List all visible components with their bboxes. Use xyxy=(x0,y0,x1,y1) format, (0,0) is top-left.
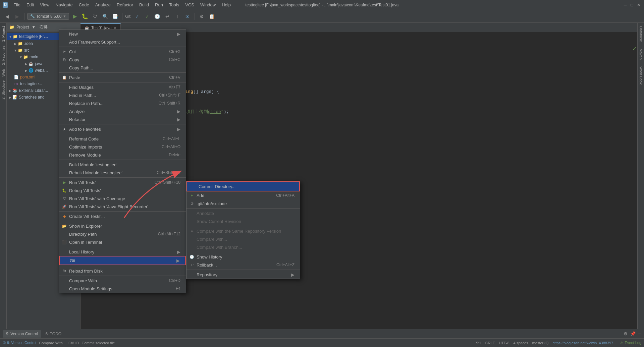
ctx-run-tests[interactable]: ▶ Run 'All Tests' Ctrl+Shift+F10 xyxy=(59,178,186,186)
bottom-minimize-icon[interactable]: ─ xyxy=(638,331,641,336)
project-tab[interactable]: 1: Project xyxy=(1,24,6,44)
coverage-button[interactable]: 🛡 xyxy=(91,12,99,21)
git-show-history[interactable]: 🕐 Show History xyxy=(186,253,300,261)
git-rollback-button[interactable]: ↩ xyxy=(163,12,172,21)
run-button[interactable]: ▶ xyxy=(70,12,79,21)
ctx-local-history[interactable]: Local History ▶ xyxy=(59,248,186,256)
menu-analyze[interactable]: Analyze xyxy=(93,2,113,8)
event-log-link[interactable]: ⚠ Event Log xyxy=(620,341,641,345)
blog-url[interactable]: https://blog.csdn.net/weixin_4388397... xyxy=(552,341,616,345)
encoding[interactable]: UTF-8 xyxy=(499,341,509,345)
ctx-find-in-path[interactable]: Find in Path... Ctrl+Shift+F xyxy=(59,91,186,99)
tab-close-icon[interactable]: ✕ xyxy=(114,26,116,30)
git-repository[interactable]: Repository ▶ xyxy=(186,271,300,279)
ctx-add-favorites[interactable]: ★ Add to Favorites ▶ xyxy=(59,125,186,133)
ctx-findinpath-label: Find in Path... xyxy=(69,93,157,98)
menu-run[interactable]: Run xyxy=(152,2,166,8)
git-checkmark2-button[interactable]: ✓ xyxy=(143,12,152,21)
git-info-exclude[interactable]: ⊘ .git/info/exclude xyxy=(186,199,300,208)
project-header-dropdown[interactable]: ▼ xyxy=(32,25,36,30)
ctx-build-module[interactable]: Build Module 'testtogitee' xyxy=(59,161,186,169)
bottom-pin-icon[interactable]: 📌 xyxy=(630,331,636,336)
web-tab[interactable]: Web xyxy=(1,67,6,78)
menu-navigate[interactable]: Navigate xyxy=(53,2,75,8)
git-branch[interactable]: master×Q xyxy=(532,341,549,345)
ctx-optimize-imports[interactable]: Optimize Imports Ctrl+Alt+O xyxy=(59,143,186,151)
git-push-button[interactable]: ↑ xyxy=(173,12,182,21)
ctx-rebuildmodule-label: Rebuild Module 'testtogitee' xyxy=(69,170,155,175)
settings-button[interactable]: ⚙ xyxy=(198,12,206,21)
ctx-add-framework[interactable]: Add Framework Support... xyxy=(59,38,186,46)
ctx-open-module-settings[interactable]: Open Module Settings F4 xyxy=(59,285,186,293)
bookmark-button[interactable]: 📑 xyxy=(111,12,119,21)
caret-position[interactable]: 9:1 xyxy=(476,341,481,345)
ctx-reformat[interactable]: Reformat Code Ctrl+Alt+L xyxy=(59,135,186,143)
terminal-button[interactable]: 📋 xyxy=(208,12,216,21)
menu-vcs[interactable]: VCS xyxy=(182,2,197,8)
maximize-button[interactable]: □ xyxy=(629,2,635,8)
git-rollback[interactable]: ↩ Rollback... Ctrl+Alt+Z xyxy=(186,261,300,269)
indent-setting[interactable]: 4 spaces xyxy=(514,341,528,345)
ctx-findusages-label: Find Usages xyxy=(69,85,167,90)
ctx-cut[interactable]: ✂ Cut Ctrl+X xyxy=(59,48,186,56)
ctx-sep-12 xyxy=(59,276,186,276)
ctx-analyze[interactable]: Analyze ▶ xyxy=(59,107,186,115)
git-checkmark-button[interactable]: ✓ xyxy=(133,12,142,21)
ctx-git[interactable]: Git ▶ xyxy=(59,256,186,265)
ctx-find-usages[interactable]: Find Usages Alt+F7 xyxy=(59,83,186,91)
menu-edit[interactable]: Edit xyxy=(24,2,37,8)
ctx-create-tests[interactable]: ◆ Create 'All Tests'... xyxy=(59,212,186,220)
ctx-copy[interactable]: ⎘ Copy Ctrl+C xyxy=(59,56,186,64)
ctx-run-coverage[interactable]: 🛡 Run 'All Tests' with Coverage xyxy=(59,194,186,203)
ctx-show-explorer[interactable]: 📂 Show in Explorer xyxy=(59,222,186,230)
menu-view[interactable]: View xyxy=(37,2,52,8)
structure-tab[interactable]: 2: Structure xyxy=(1,78,6,102)
menu-file[interactable]: File xyxy=(11,2,23,8)
menu-code[interactable]: Code xyxy=(76,2,92,8)
forward-button[interactable]: ▶ xyxy=(13,12,21,21)
menu-build[interactable]: Build xyxy=(137,2,152,8)
ctx-copy-path[interactable]: Copy Path... xyxy=(59,64,186,72)
tree-arrow-src: ▼ xyxy=(13,48,17,52)
line-separator[interactable]: CRLF xyxy=(485,341,495,345)
menu-help[interactable]: Help xyxy=(219,2,233,8)
ctx-sep-2 xyxy=(59,72,186,73)
menu-tools[interactable]: Tools xyxy=(166,2,182,8)
menu-window[interactable]: Window xyxy=(198,2,218,8)
ctx-debug-tests[interactable]: 🐛 Debug 'All Tests' xyxy=(59,186,186,194)
ctx-reload[interactable]: ↻ Reload from Disk xyxy=(59,267,186,275)
ctx-paste[interactable]: 📋 Paste Ctrl+V xyxy=(59,73,186,81)
bottom-settings-icon[interactable]: ⚙ xyxy=(624,331,628,336)
git-show-revision: Show Current Revision xyxy=(186,217,300,225)
search-button[interactable]: 🔍 xyxy=(101,12,109,21)
ctx-remove-module[interactable]: Remove Module Delete xyxy=(59,151,186,159)
version-control-tab[interactable]: 9: Version Control xyxy=(3,330,41,338)
version-control-status[interactable]: ⑨ 9: Version Control xyxy=(3,341,37,345)
debug-button[interactable]: 🐛 xyxy=(80,12,89,21)
run-config-selector[interactable]: 🔧 Tomcat 8.5.60 ▼ xyxy=(27,13,69,20)
git-history-button[interactable]: 🕐 xyxy=(153,12,162,21)
minimize-button[interactable]: ─ xyxy=(623,2,628,8)
ctx-dir-path[interactable]: Directory Path Ctrl+Alt+F12 xyxy=(59,230,186,238)
ctx-refactor[interactable]: Refactor ▶ xyxy=(59,115,186,123)
close-button[interactable]: ✕ xyxy=(636,2,641,8)
wordbook-tab[interactable]: Word Book xyxy=(638,64,644,86)
database-tab[interactable]: Database xyxy=(638,24,644,44)
ctx-open-terminal[interactable]: ⬛ Open in Terminal xyxy=(59,238,186,246)
back-button[interactable]: ◀ xyxy=(3,12,11,21)
todo-tab[interactable]: 6: TODO xyxy=(42,330,65,338)
git-commit-dir[interactable]: Commit Directory... xyxy=(186,181,300,191)
maven-tab[interactable]: Maven xyxy=(638,47,644,62)
ctx-replaceinpath-shortcut: Ctrl+Shift+R xyxy=(159,101,180,106)
favorites-tab[interactable]: 2: Favorites xyxy=(1,44,6,67)
ctx-compare[interactable]: Compare With... Ctrl+D xyxy=(59,277,186,285)
ctx-replace-in-path[interactable]: Replace in Path... Ctrl+Shift+R xyxy=(59,99,186,107)
ctx-new[interactable]: New ▶ xyxy=(59,30,186,38)
git-extra-button[interactable]: ✉ xyxy=(183,12,192,21)
compare-with-status[interactable]: Compare With... xyxy=(39,341,66,345)
menu-refactor[interactable]: Refactor xyxy=(114,2,136,8)
ctx-rebuild-module[interactable]: Rebuild Module 'testtogitee' Ctrl+Shift+… xyxy=(59,169,186,177)
ctx-run-flight[interactable]: 🚀 Run 'All Tests' with 'Java Flight Reco… xyxy=(59,203,186,211)
git-rollback-icon: ↩ xyxy=(189,262,195,268)
git-add[interactable]: + Add Ctrl+Alt+A xyxy=(186,191,300,199)
